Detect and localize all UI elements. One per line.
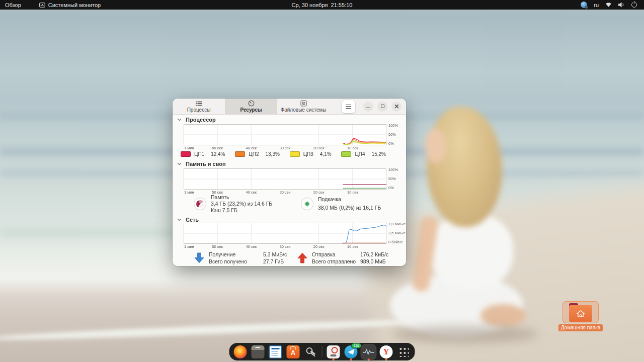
wifi-icon[interactable] <box>605 2 612 8</box>
send-total: 989,0 МиБ <box>360 258 388 265</box>
screen-recorder-icon <box>327 345 340 358</box>
system-monitor-window: Процессы Ресурсы Файловые системы <box>173 99 406 266</box>
telegram-unread-badge: 436 <box>351 343 362 348</box>
network-receive-stat: Получение Всего получено 5,3 МиБ/с 27,7 … <box>194 251 287 265</box>
dock-item-files[interactable] <box>252 345 265 358</box>
cpu2-swatch <box>235 151 245 157</box>
activities-button[interactable]: Обзор <box>0 0 26 10</box>
focused-app-title: Системный монитор <box>48 2 101 8</box>
receive-total-label: Всего получено <box>209 258 263 265</box>
tab-label: Процессы <box>187 107 211 113</box>
dock-item-telegram[interactable]: 436 <box>345 345 358 358</box>
dock-item-firefox[interactable] <box>234 345 247 358</box>
files-icon <box>252 345 265 358</box>
firefox-icon <box>234 345 247 358</box>
maximize-icon <box>381 105 384 108</box>
resources-view: Процессор 100% 50% 0% 1 мин50 сек40 сек3… <box>173 115 406 266</box>
home-folder-desktop-icon[interactable]: Домашняя папка <box>560 301 601 331</box>
dock-item-show-apps[interactable] <box>397 345 411 358</box>
tab-processes[interactable]: Процессы <box>173 99 225 114</box>
app-center-icon <box>287 345 300 358</box>
cpu-section-title: Процессор <box>186 117 216 123</box>
house-glyph-icon <box>576 310 585 318</box>
cpu-legend-cpu3[interactable]: ЦП3 4,1% <box>290 151 332 157</box>
network-send-stat: Отправка Всего отправлено 176,2 КиБ/с 98… <box>297 251 388 265</box>
activities-label: Обзор <box>5 2 21 8</box>
network-section-header[interactable]: Сеть <box>177 217 199 223</box>
yandex-browser-icon <box>380 345 393 358</box>
cpu-legend: ЦП1 12,4% ЦП2 13,3% ЦП3 4,1% ЦП4 15,2% <box>181 151 386 157</box>
cpu-legend-cpu1[interactable]: ЦП1 12,4% <box>181 151 225 157</box>
app-grid-icon <box>399 347 409 357</box>
cpu-legend-cpu2[interactable]: ЦП2 13,3% <box>235 151 280 157</box>
upload-arrow-icon <box>297 252 308 263</box>
key-icon <box>304 345 317 358</box>
home-folder-selection <box>562 301 599 323</box>
close-icon <box>394 104 399 109</box>
view-switcher: Процессы Ресурсы Файловые системы <box>173 99 406 115</box>
top-bar: Обзор Системный монитор Ср, 30 ноября 21… <box>0 0 644 10</box>
tab-resources[interactable]: Ресурсы <box>225 99 277 114</box>
cpu-x-axis: 1 мин50 сек40 сек30 сек20 сек10 сек <box>184 145 386 151</box>
processes-list-icon <box>195 101 202 107</box>
swap-stat: Подкачка 38,0 МБ (0,2%) из 16,1 ГБ <box>301 196 381 211</box>
memory-section-title: Память и своп <box>186 161 226 167</box>
cpu1-swatch <box>181 151 191 157</box>
system-monitor-dock-icon <box>362 345 375 358</box>
volume-icon[interactable] <box>618 2 625 8</box>
memory-chart: 100% 50% 0% 1 мин50 сек40 сек30 сек20 се… <box>184 168 386 195</box>
cpu-chart: 100% 50% 0% 1 мин50 сек40 сек30 сек20 се… <box>184 124 386 151</box>
network-chart: 7,0 МиБ/с 3,5 МиБ/с 0 байт/с 1 мин50 сек… <box>184 223 386 249</box>
keyboard-layout-indicator[interactable]: ru <box>594 2 599 8</box>
minimize-button[interactable] <box>363 102 373 112</box>
cpu-y-axis: 100% 50% 0% <box>388 124 406 145</box>
receive-label: Получение <box>209 251 263 258</box>
home-folder-label: Домашняя папка <box>558 324 603 331</box>
tab-label: Файловые системы <box>281 107 327 113</box>
memory-cache-value: Кэш 7,5 ГБ <box>211 207 272 214</box>
memory-pie-icon <box>194 198 206 210</box>
memory-section-header[interactable]: Память и своп <box>177 161 226 167</box>
dock-item-passwords[interactable] <box>304 345 317 358</box>
home-folder-icon <box>569 303 592 322</box>
dock-item-yandex-browser[interactable] <box>380 345 393 358</box>
maximize-button[interactable] <box>377 102 387 112</box>
clock-button[interactable]: Ср, 30 ноября 21:55:10 <box>292 2 353 8</box>
resources-gauge-icon <box>248 100 255 107</box>
tray-app-icon[interactable] <box>581 2 587 8</box>
swap-label: Подкачка <box>318 196 381 203</box>
network-x-axis: 1 мин50 сек40 сек30 сек20 сек10 сек <box>184 244 386 249</box>
memory-value: 3,4 ГБ (23,2%) из 14,6 ГБ <box>211 201 272 207</box>
hamburger-icon <box>346 105 351 109</box>
chevron-down-icon <box>177 162 182 165</box>
chevron-down-icon <box>177 218 182 221</box>
power-icon[interactable] <box>631 2 637 8</box>
tab-label: Ресурсы <box>240 107 262 113</box>
primary-menu-button[interactable] <box>342 100 355 113</box>
memory-y-axis: 100% 50% 0% <box>388 168 406 190</box>
cpu3-swatch <box>290 151 300 157</box>
dock: 436 <box>229 343 415 360</box>
focused-app-menu[interactable]: Системный монитор <box>34 0 106 10</box>
network-section-title: Сеть <box>186 217 199 223</box>
swap-dot-icon <box>301 198 313 210</box>
cpu-legend-cpu4[interactable]: ЦП4 15,2% <box>341 151 386 157</box>
swap-value: 38,0 МБ (0,2%) из 16,1 ГБ <box>318 205 381 211</box>
dock-item-libreoffice-writer[interactable] <box>269 345 282 358</box>
window-controls <box>342 99 401 114</box>
receive-total: 27,7 ГиБ <box>263 258 287 265</box>
libreoffice-writer-icon <box>269 345 282 358</box>
cpu-section-header[interactable]: Процессор <box>177 117 216 123</box>
send-total-label: Всего отправлено <box>312 258 360 265</box>
chevron-down-icon <box>177 118 182 121</box>
dock-item-system-monitor[interactable] <box>362 345 375 358</box>
close-button[interactable] <box>391 102 401 112</box>
dock-item-app-center[interactable] <box>287 345 300 358</box>
send-rate: 176,2 КиБ/с <box>360 251 388 258</box>
dock-divider <box>322 346 323 357</box>
network-y-axis: 7,0 МиБ/с 3,5 МиБ/с 0 байт/с <box>388 223 406 244</box>
send-label: Отправка <box>312 251 360 258</box>
dock-item-screen-recorder[interactable] <box>327 345 340 358</box>
receive-rate: 5,3 МиБ/с <box>263 251 287 258</box>
tab-filesystems[interactable]: Файловые системы <box>277 99 330 114</box>
